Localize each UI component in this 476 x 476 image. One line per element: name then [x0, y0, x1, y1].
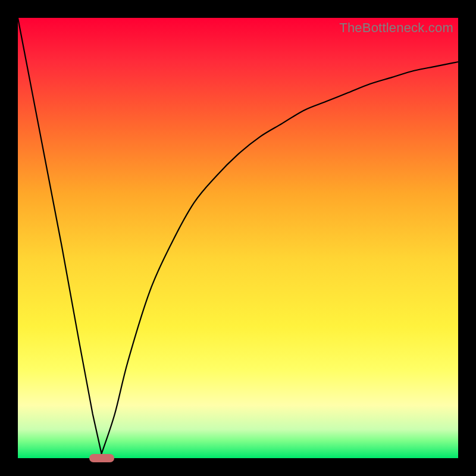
bottleneck-curve: [18, 18, 458, 458]
optimum-marker: [89, 454, 114, 462]
watermark-text: TheBottleneck.com: [339, 20, 453, 36]
curve-path: [18, 18, 458, 454]
chart-frame: TheBottleneck.com: [0, 0, 476, 476]
plot-area: TheBottleneck.com: [18, 18, 458, 458]
